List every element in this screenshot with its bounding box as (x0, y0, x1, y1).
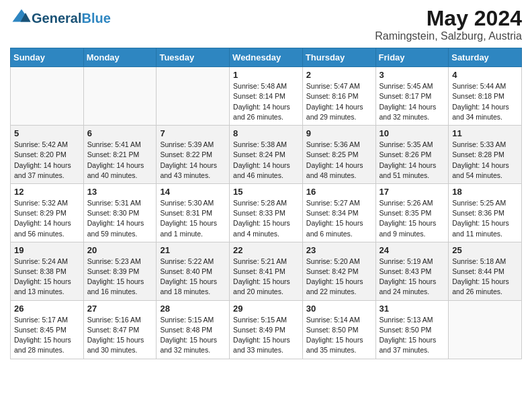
day-number: 19 (14, 245, 80, 255)
calendar-cell: 31Sunrise: 5:13 AMSunset: 8:50 PMDayligh… (375, 300, 449, 359)
calendar-cell: 13Sunrise: 5:31 AMSunset: 8:30 PMDayligh… (83, 183, 157, 242)
day-number: 5 (14, 128, 80, 138)
calendar-cell: 25Sunrise: 5:18 AMSunset: 8:44 PMDayligh… (449, 242, 522, 300)
cell-content: Sunrise: 5:47 AMSunset: 8:16 PMDaylight:… (306, 82, 363, 121)
day-number: 28 (160, 304, 226, 314)
day-number: 6 (87, 128, 153, 138)
day-number: 23 (306, 245, 372, 255)
day-number: 9 (306, 128, 372, 138)
calendar-cell (449, 300, 522, 359)
cell-content: Sunrise: 5:21 AMSunset: 8:41 PMDaylight:… (233, 257, 290, 296)
weekday-header-thursday: Thursday (302, 48, 375, 67)
calendar-cell: 28Sunrise: 5:15 AMSunset: 8:48 PMDayligh… (157, 300, 230, 359)
cell-content: Sunrise: 5:15 AMSunset: 8:49 PMDaylight:… (233, 316, 290, 355)
calendar-cell: 9Sunrise: 5:36 AMSunset: 8:25 PMDaylight… (302, 126, 375, 184)
calendar-cell: 21Sunrise: 5:22 AMSunset: 8:40 PMDayligh… (157, 242, 230, 300)
day-number: 31 (380, 304, 445, 314)
calendar-cell: 14Sunrise: 5:30 AMSunset: 8:31 PMDayligh… (157, 183, 230, 242)
weekday-header-wednesday: Wednesday (230, 48, 303, 67)
day-number: 17 (380, 187, 445, 197)
cell-content: Sunrise: 5:32 AMSunset: 8:29 PMDaylight:… (14, 199, 71, 238)
calendar-cell: 29Sunrise: 5:15 AMSunset: 8:49 PMDayligh… (230, 300, 303, 359)
cell-content: Sunrise: 5:42 AMSunset: 8:20 PMDaylight:… (14, 140, 71, 179)
calendar-cell: 18Sunrise: 5:25 AMSunset: 8:36 PMDayligh… (449, 183, 522, 242)
cell-content: Sunrise: 5:30 AMSunset: 8:31 PMDaylight:… (160, 199, 217, 238)
day-number: 18 (452, 187, 518, 197)
logo-blue: Blue (81, 11, 110, 26)
cell-content: Sunrise: 5:15 AMSunset: 8:48 PMDaylight:… (160, 316, 217, 355)
calendar-cell: 5Sunrise: 5:42 AMSunset: 8:20 PMDaylight… (11, 126, 84, 184)
cell-content: Sunrise: 5:28 AMSunset: 8:33 PMDaylight:… (233, 199, 290, 238)
calendar-cell: 20Sunrise: 5:23 AMSunset: 8:39 PMDayligh… (83, 242, 157, 300)
calendar-cell (83, 67, 157, 126)
day-number: 22 (233, 245, 299, 255)
cell-content: Sunrise: 5:20 AMSunset: 8:42 PMDaylight:… (306, 257, 363, 296)
day-number: 10 (380, 128, 445, 138)
calendar-cell: 22Sunrise: 5:21 AMSunset: 8:41 PMDayligh… (230, 242, 303, 300)
calendar-cell: 7Sunrise: 5:39 AMSunset: 8:22 PMDaylight… (157, 126, 230, 184)
calendar-cell: 15Sunrise: 5:28 AMSunset: 8:33 PMDayligh… (230, 183, 303, 242)
day-number: 4 (452, 70, 518, 80)
day-number: 26 (14, 304, 80, 314)
cell-content: Sunrise: 5:41 AMSunset: 8:21 PMDaylight:… (87, 140, 144, 179)
calendar-week-row: 19Sunrise: 5:24 AMSunset: 8:38 PMDayligh… (11, 242, 522, 300)
cell-content: Sunrise: 5:24 AMSunset: 8:38 PMDaylight:… (14, 257, 71, 296)
calendar-cell: 17Sunrise: 5:26 AMSunset: 8:35 PMDayligh… (375, 183, 449, 242)
cell-content: Sunrise: 5:48 AMSunset: 8:14 PMDaylight:… (233, 82, 290, 121)
calendar-week-row: 26Sunrise: 5:17 AMSunset: 8:45 PMDayligh… (11, 300, 522, 359)
calendar-cell: 4Sunrise: 5:44 AMSunset: 8:18 PMDaylight… (449, 67, 522, 126)
day-number: 27 (87, 304, 153, 314)
day-number: 24 (380, 245, 445, 255)
day-number: 20 (87, 245, 153, 255)
day-number: 14 (160, 187, 226, 197)
cell-content: Sunrise: 5:25 AMSunset: 8:36 PMDaylight:… (452, 199, 509, 238)
calendar-cell: 6Sunrise: 5:41 AMSunset: 8:21 PMDaylight… (83, 126, 157, 184)
cell-content: Sunrise: 5:44 AMSunset: 8:18 PMDaylight:… (452, 82, 509, 121)
calendar-header-row: SundayMondayTuesdayWednesdayThursdayFrid… (11, 48, 522, 67)
cell-content: Sunrise: 5:23 AMSunset: 8:39 PMDaylight:… (87, 257, 144, 296)
weekday-header-friday: Friday (375, 48, 449, 67)
cell-content: Sunrise: 5:33 AMSunset: 8:28 PMDaylight:… (452, 140, 509, 179)
day-number: 15 (233, 187, 299, 197)
weekday-header-sunday: Sunday (11, 48, 84, 67)
day-number: 11 (452, 128, 518, 138)
cell-content: Sunrise: 5:22 AMSunset: 8:40 PMDaylight:… (160, 257, 217, 296)
day-number: 7 (160, 128, 226, 138)
day-number: 21 (160, 245, 226, 255)
logo: GeneralBlue (10, 7, 111, 30)
calendar-week-row: 5Sunrise: 5:42 AMSunset: 8:20 PMDaylight… (11, 126, 522, 184)
calendar-week-row: 1Sunrise: 5:48 AMSunset: 8:14 PMDaylight… (11, 67, 522, 126)
logo-general: General (32, 11, 81, 26)
calendar-cell (157, 67, 230, 126)
day-number: 30 (306, 304, 372, 314)
calendar-cell: 12Sunrise: 5:32 AMSunset: 8:29 PMDayligh… (11, 183, 84, 242)
location-subtitle: Ramingstein, Salzburg, Austria (375, 30, 522, 42)
cell-content: Sunrise: 5:16 AMSunset: 8:47 PMDaylight:… (87, 316, 144, 355)
weekday-header-monday: Monday (83, 48, 157, 67)
cell-content: Sunrise: 5:36 AMSunset: 8:25 PMDaylight:… (306, 140, 363, 179)
weekday-header-tuesday: Tuesday (157, 48, 230, 67)
cell-content: Sunrise: 5:18 AMSunset: 8:44 PMDaylight:… (452, 257, 509, 296)
cell-content: Sunrise: 5:13 AMSunset: 8:50 PMDaylight:… (380, 316, 437, 355)
calendar-cell: 8Sunrise: 5:38 AMSunset: 8:24 PMDaylight… (230, 126, 303, 184)
logo-icon (11, 7, 32, 27)
cell-content: Sunrise: 5:17 AMSunset: 8:45 PMDaylight:… (14, 316, 71, 355)
calendar-cell: 23Sunrise: 5:20 AMSunset: 8:42 PMDayligh… (302, 242, 375, 300)
calendar-table: SundayMondayTuesdayWednesdayThursdayFrid… (10, 48, 522, 359)
calendar-cell: 10Sunrise: 5:35 AMSunset: 8:26 PMDayligh… (375, 126, 449, 184)
day-number: 3 (380, 70, 445, 80)
calendar-cell: 26Sunrise: 5:17 AMSunset: 8:45 PMDayligh… (11, 300, 84, 359)
cell-content: Sunrise: 5:39 AMSunset: 8:22 PMDaylight:… (160, 140, 217, 179)
day-number: 12 (14, 187, 80, 197)
calendar-cell: 11Sunrise: 5:33 AMSunset: 8:28 PMDayligh… (449, 126, 522, 184)
calendar-cell: 24Sunrise: 5:19 AMSunset: 8:43 PMDayligh… (375, 242, 449, 300)
title-block: May 2024 Ramingstein, Salzburg, Austria (375, 7, 522, 42)
cell-content: Sunrise: 5:38 AMSunset: 8:24 PMDaylight:… (233, 140, 290, 179)
calendar-cell: 16Sunrise: 5:27 AMSunset: 8:34 PMDayligh… (302, 183, 375, 242)
day-number: 16 (306, 187, 372, 197)
calendar-cell: 19Sunrise: 5:24 AMSunset: 8:38 PMDayligh… (11, 242, 84, 300)
day-number: 1 (233, 70, 299, 80)
calendar-cell: 27Sunrise: 5:16 AMSunset: 8:47 PMDayligh… (83, 300, 157, 359)
day-number: 2 (306, 70, 372, 80)
day-number: 13 (87, 187, 153, 197)
